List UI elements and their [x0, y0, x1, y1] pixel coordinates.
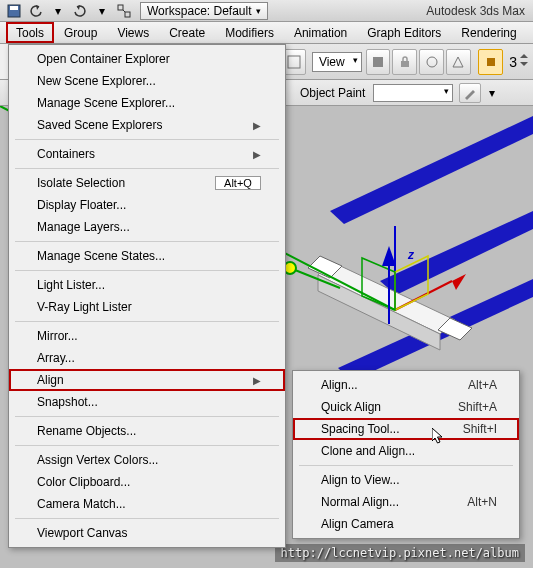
- menu-display-floater[interactable]: Display Floater...: [9, 194, 285, 216]
- svg-marker-19: [452, 274, 466, 290]
- separator: [15, 321, 279, 322]
- undo-icon[interactable]: [26, 2, 46, 20]
- tools-dropdown: Open Container Explorer New Scene Explor…: [8, 44, 286, 548]
- menu-group[interactable]: Group: [54, 22, 107, 43]
- qat-dropdown-icon[interactable]: ▾: [48, 2, 68, 20]
- menu-saved-scene-explorers[interactable]: Saved Scene Explorers▶: [9, 114, 285, 136]
- menu-manage-scene-states[interactable]: Manage Scene States...: [9, 245, 285, 267]
- menu-snapshot[interactable]: Snapshot...: [9, 391, 285, 413]
- menu-light-lister[interactable]: Light Lister...: [9, 274, 285, 296]
- z-axis-arrow: [382, 246, 396, 324]
- shortcut-label: Shift+I: [463, 422, 497, 436]
- toolbar-button[interactable]: [446, 49, 471, 75]
- svg-rect-6: [373, 57, 383, 67]
- spinner-icon[interactable]: [519, 52, 529, 71]
- svg-rect-9: [487, 58, 495, 66]
- shortcut-label: Alt+N: [467, 495, 497, 509]
- submenu-align-camera[interactable]: Align Camera: [293, 513, 519, 535]
- link-icon[interactable]: [114, 2, 134, 20]
- submenu-arrow-icon: ▶: [253, 375, 261, 386]
- menu-color-clipboard[interactable]: Color Clipboard...: [9, 471, 285, 493]
- separator: [15, 139, 279, 140]
- separator: [299, 465, 513, 466]
- brush-icon[interactable]: [459, 83, 481, 103]
- separator: [15, 168, 279, 169]
- object-paint-dropdown[interactable]: [373, 84, 453, 102]
- qat-dropdown-icon-2[interactable]: ▾: [92, 2, 112, 20]
- menu-vray-light-lister[interactable]: V-Ray Light Lister: [9, 296, 285, 318]
- z-axis-label: z: [408, 248, 414, 262]
- shortcut-label: Alt+Q: [215, 176, 261, 190]
- menu-animation[interactable]: Animation: [284, 22, 357, 43]
- view-dropdown[interactable]: View: [312, 52, 362, 72]
- separator: [15, 241, 279, 242]
- menu-assign-vertex-colors[interactable]: Assign Vertex Colors...: [9, 449, 285, 471]
- menu-graph-editors[interactable]: Graph Editors: [357, 22, 451, 43]
- app-title: Autodesk 3ds Max: [426, 4, 525, 18]
- toolbar-button-active[interactable]: [478, 49, 503, 75]
- watermark: http://lccnetvip.pixnet.net/album: [275, 544, 525, 562]
- redo-icon[interactable]: [70, 2, 90, 20]
- submenu-quick-align[interactable]: Quick AlignShift+A: [293, 396, 519, 418]
- svg-rect-1: [10, 6, 18, 10]
- menu-new-scene-explorer[interactable]: New Scene Explorer...: [9, 70, 285, 92]
- submenu-clone-and-align[interactable]: Clone and Align...: [293, 440, 519, 462]
- menu-containers[interactable]: Containers▶: [9, 143, 285, 165]
- svg-rect-5: [288, 56, 300, 68]
- menu-manage-scene-explorer[interactable]: Manage Scene Explorer...: [9, 92, 285, 114]
- menu-views[interactable]: Views: [107, 22, 159, 43]
- lock-icon[interactable]: [392, 49, 417, 75]
- menu-rename-objects[interactable]: Rename Objects...: [9, 420, 285, 442]
- menu-camera-match[interactable]: Camera Match...: [9, 493, 285, 515]
- menu-isolate-selection[interactable]: Isolate SelectionAlt+Q: [9, 172, 285, 194]
- workspace-label: Workspace: Default: [147, 4, 252, 18]
- workspace-dropdown[interactable]: Workspace: Default▾: [140, 2, 268, 20]
- shortcut-label: Shift+A: [458, 400, 497, 414]
- menu-open-container-explorer[interactable]: Open Container Explorer: [9, 48, 285, 70]
- menu-mirror[interactable]: Mirror...: [9, 325, 285, 347]
- menu-array[interactable]: Array...: [9, 347, 285, 369]
- view-label: View: [319, 55, 345, 69]
- submenu-arrow-icon: ▶: [253, 149, 261, 160]
- separator: [15, 270, 279, 271]
- svg-rect-7: [401, 61, 409, 67]
- menu-modifiers[interactable]: Modifiers: [215, 22, 284, 43]
- menu-align[interactable]: Align▶: [9, 369, 285, 391]
- toolbar-button[interactable]: [366, 49, 391, 75]
- svg-rect-3: [125, 12, 130, 17]
- mouse-cursor-icon: [432, 428, 446, 446]
- submenu-arrow-icon: ▶: [253, 120, 261, 131]
- submenu-spacing-tool[interactable]: Spacing Tool...Shift+I: [293, 418, 519, 440]
- svg-marker-10: [330, 116, 533, 224]
- menu-viewport-canvas[interactable]: Viewport Canvas: [9, 522, 285, 544]
- save-icon[interactable]: [4, 2, 24, 20]
- shortcut-label: Alt+A: [468, 378, 497, 392]
- submenu-align-to-view[interactable]: Align to View...: [293, 469, 519, 491]
- menu-rendering[interactable]: Rendering: [451, 22, 526, 43]
- submenu-normal-align[interactable]: Normal Align...Alt+N: [293, 491, 519, 513]
- svg-point-8: [427, 57, 437, 67]
- svg-line-4: [123, 10, 125, 12]
- separator: [15, 445, 279, 446]
- separator: [15, 416, 279, 417]
- object-paint-label: Object Paint: [300, 86, 365, 100]
- menu-create[interactable]: Create: [159, 22, 215, 43]
- menu-bar: Tools Group Views Create Modifiers Anima…: [0, 22, 533, 44]
- menu-tools[interactable]: Tools: [6, 22, 54, 43]
- menu-manage-layers[interactable]: Manage Layers...: [9, 216, 285, 238]
- submenu-align[interactable]: Align...Alt+A: [293, 374, 519, 396]
- toolbar-number: 3: [509, 54, 517, 70]
- title-bar: ▾ ▾ Workspace: Default▾ Autodesk 3ds Max: [0, 0, 533, 22]
- dropdown-arrow-icon[interactable]: ▾: [483, 83, 501, 103]
- separator: [15, 518, 279, 519]
- svg-rect-2: [118, 5, 123, 10]
- toolbar-button[interactable]: [419, 49, 444, 75]
- align-submenu: Align...Alt+A Quick AlignShift+A Spacing…: [292, 370, 520, 539]
